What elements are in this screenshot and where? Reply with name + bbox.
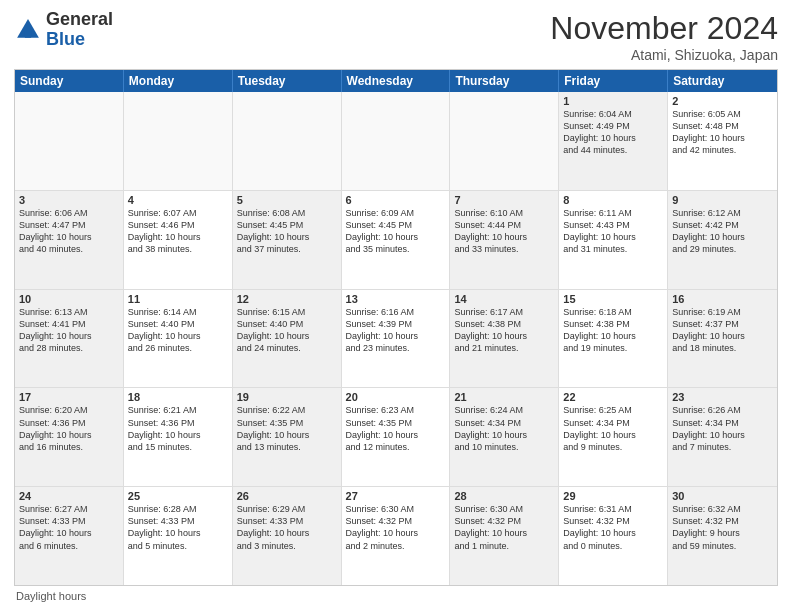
calendar-cell: 29Sunrise: 6:31 AM Sunset: 4:32 PM Dayli… [559, 487, 668, 585]
day-number: 16 [672, 293, 773, 305]
page: General Blue November 2024 Atami, Shizuo… [0, 0, 792, 612]
day-number: 5 [237, 194, 337, 206]
day-info: Sunrise: 6:16 AM Sunset: 4:39 PM Dayligh… [346, 306, 446, 355]
calendar-cell: 30Sunrise: 6:32 AM Sunset: 4:32 PM Dayli… [668, 487, 777, 585]
day-info: Sunrise: 6:30 AM Sunset: 4:32 PM Dayligh… [454, 503, 554, 552]
calendar-cell: 20Sunrise: 6:23 AM Sunset: 4:35 PM Dayli… [342, 388, 451, 486]
logo-icon [14, 16, 42, 44]
header-day-thursday: Thursday [450, 70, 559, 92]
day-number: 6 [346, 194, 446, 206]
day-info: Sunrise: 6:07 AM Sunset: 4:46 PM Dayligh… [128, 207, 228, 256]
day-info: Sunrise: 6:11 AM Sunset: 4:43 PM Dayligh… [563, 207, 663, 256]
day-info: Sunrise: 6:27 AM Sunset: 4:33 PM Dayligh… [19, 503, 119, 552]
day-number: 12 [237, 293, 337, 305]
calendar-cell: 21Sunrise: 6:24 AM Sunset: 4:34 PM Dayli… [450, 388, 559, 486]
day-info: Sunrise: 6:24 AM Sunset: 4:34 PM Dayligh… [454, 404, 554, 453]
day-number: 2 [672, 95, 773, 107]
day-info: Sunrise: 6:30 AM Sunset: 4:32 PM Dayligh… [346, 503, 446, 552]
day-info: Sunrise: 6:28 AM Sunset: 4:33 PM Dayligh… [128, 503, 228, 552]
day-info: Sunrise: 6:32 AM Sunset: 4:32 PM Dayligh… [672, 503, 773, 552]
calendar-cell: 2Sunrise: 6:05 AM Sunset: 4:48 PM Daylig… [668, 92, 777, 190]
day-info: Sunrise: 6:29 AM Sunset: 4:33 PM Dayligh… [237, 503, 337, 552]
calendar-cell: 10Sunrise: 6:13 AM Sunset: 4:41 PM Dayli… [15, 290, 124, 388]
day-number: 9 [672, 194, 773, 206]
calendar-cell [233, 92, 342, 190]
logo-general-text: General [46, 9, 113, 29]
calendar-cell: 5Sunrise: 6:08 AM Sunset: 4:45 PM Daylig… [233, 191, 342, 289]
day-number: 21 [454, 391, 554, 403]
day-number: 26 [237, 490, 337, 502]
calendar-week-1: 1Sunrise: 6:04 AM Sunset: 4:49 PM Daylig… [15, 92, 777, 191]
day-info: Sunrise: 6:14 AM Sunset: 4:40 PM Dayligh… [128, 306, 228, 355]
calendar-cell: 22Sunrise: 6:25 AM Sunset: 4:34 PM Dayli… [559, 388, 668, 486]
calendar: SundayMondayTuesdayWednesdayThursdayFrid… [14, 69, 778, 586]
day-info: Sunrise: 6:31 AM Sunset: 4:32 PM Dayligh… [563, 503, 663, 552]
day-number: 10 [19, 293, 119, 305]
day-info: Sunrise: 6:08 AM Sunset: 4:45 PM Dayligh… [237, 207, 337, 256]
day-number: 3 [19, 194, 119, 206]
logo: General Blue [14, 10, 113, 50]
calendar-cell: 18Sunrise: 6:21 AM Sunset: 4:36 PM Dayli… [124, 388, 233, 486]
day-number: 28 [454, 490, 554, 502]
calendar-cell [342, 92, 451, 190]
day-info: Sunrise: 6:25 AM Sunset: 4:34 PM Dayligh… [563, 404, 663, 453]
day-number: 19 [237, 391, 337, 403]
day-number: 30 [672, 490, 773, 502]
header-day-wednesday: Wednesday [342, 70, 451, 92]
calendar-cell: 19Sunrise: 6:22 AM Sunset: 4:35 PM Dayli… [233, 388, 342, 486]
calendar-cell: 23Sunrise: 6:26 AM Sunset: 4:34 PM Dayli… [668, 388, 777, 486]
svg-rect-1 [25, 31, 31, 37]
day-info: Sunrise: 6:22 AM Sunset: 4:35 PM Dayligh… [237, 404, 337, 453]
calendar-cell: 7Sunrise: 6:10 AM Sunset: 4:44 PM Daylig… [450, 191, 559, 289]
calendar-cell: 27Sunrise: 6:30 AM Sunset: 4:32 PM Dayli… [342, 487, 451, 585]
day-number: 1 [563, 95, 663, 107]
logo-text: General Blue [46, 10, 113, 50]
calendar-cell: 6Sunrise: 6:09 AM Sunset: 4:45 PM Daylig… [342, 191, 451, 289]
day-number: 15 [563, 293, 663, 305]
day-number: 14 [454, 293, 554, 305]
calendar-cell [450, 92, 559, 190]
day-number: 7 [454, 194, 554, 206]
day-number: 22 [563, 391, 663, 403]
calendar-cell: 11Sunrise: 6:14 AM Sunset: 4:40 PM Dayli… [124, 290, 233, 388]
calendar-cell: 17Sunrise: 6:20 AM Sunset: 4:36 PM Dayli… [15, 388, 124, 486]
calendar-cell [15, 92, 124, 190]
calendar-cell: 28Sunrise: 6:30 AM Sunset: 4:32 PM Dayli… [450, 487, 559, 585]
calendar-cell: 4Sunrise: 6:07 AM Sunset: 4:46 PM Daylig… [124, 191, 233, 289]
calendar-cell [124, 92, 233, 190]
day-info: Sunrise: 6:18 AM Sunset: 4:38 PM Dayligh… [563, 306, 663, 355]
day-info: Sunrise: 6:15 AM Sunset: 4:40 PM Dayligh… [237, 306, 337, 355]
day-number: 27 [346, 490, 446, 502]
calendar-cell: 13Sunrise: 6:16 AM Sunset: 4:39 PM Dayli… [342, 290, 451, 388]
day-info: Sunrise: 6:17 AM Sunset: 4:38 PM Dayligh… [454, 306, 554, 355]
day-number: 4 [128, 194, 228, 206]
calendar-week-5: 24Sunrise: 6:27 AM Sunset: 4:33 PM Dayli… [15, 487, 777, 585]
day-info: Sunrise: 6:05 AM Sunset: 4:48 PM Dayligh… [672, 108, 773, 157]
header-day-tuesday: Tuesday [233, 70, 342, 92]
day-info: Sunrise: 6:20 AM Sunset: 4:36 PM Dayligh… [19, 404, 119, 453]
day-info: Sunrise: 6:19 AM Sunset: 4:37 PM Dayligh… [672, 306, 773, 355]
day-number: 29 [563, 490, 663, 502]
day-info: Sunrise: 6:23 AM Sunset: 4:35 PM Dayligh… [346, 404, 446, 453]
day-info: Sunrise: 6:04 AM Sunset: 4:49 PM Dayligh… [563, 108, 663, 157]
header: General Blue November 2024 Atami, Shizuo… [14, 10, 778, 63]
calendar-body: 1Sunrise: 6:04 AM Sunset: 4:49 PM Daylig… [15, 92, 777, 585]
header-day-saturday: Saturday [668, 70, 777, 92]
calendar-week-4: 17Sunrise: 6:20 AM Sunset: 4:36 PM Dayli… [15, 388, 777, 487]
day-number: 23 [672, 391, 773, 403]
day-number: 13 [346, 293, 446, 305]
day-number: 20 [346, 391, 446, 403]
location-subtitle: Atami, Shizuoka, Japan [550, 47, 778, 63]
header-day-monday: Monday [124, 70, 233, 92]
calendar-cell: 8Sunrise: 6:11 AM Sunset: 4:43 PM Daylig… [559, 191, 668, 289]
day-number: 17 [19, 391, 119, 403]
logo-blue-text: Blue [46, 29, 85, 49]
day-info: Sunrise: 6:12 AM Sunset: 4:42 PM Dayligh… [672, 207, 773, 256]
calendar-week-2: 3Sunrise: 6:06 AM Sunset: 4:47 PM Daylig… [15, 191, 777, 290]
calendar-cell: 24Sunrise: 6:27 AM Sunset: 4:33 PM Dayli… [15, 487, 124, 585]
calendar-cell: 25Sunrise: 6:28 AM Sunset: 4:33 PM Dayli… [124, 487, 233, 585]
day-number: 18 [128, 391, 228, 403]
footer-note: Daylight hours [14, 590, 778, 602]
day-number: 11 [128, 293, 228, 305]
calendar-header-row: SundayMondayTuesdayWednesdayThursdayFrid… [15, 70, 777, 92]
